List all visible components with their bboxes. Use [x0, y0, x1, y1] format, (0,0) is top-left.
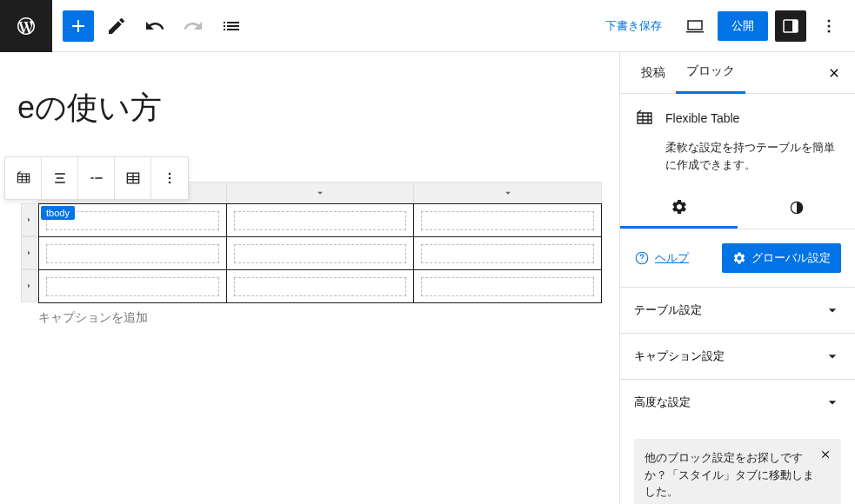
flexible-table-icon — [15, 169, 32, 187]
add-block-button[interactable] — [63, 10, 94, 42]
sidebar-close-button[interactable] — [824, 63, 845, 83]
settings-style-tabs — [620, 187, 855, 229]
row-handle[interactable] — [21, 269, 37, 302]
chevron-right-icon — [23, 248, 34, 258]
flexible-table-icon — [634, 108, 655, 129]
help-icon — [634, 250, 650, 266]
panel-toggle-caption[interactable]: キャプション設定 — [620, 334, 855, 379]
chevron-down-icon — [314, 187, 326, 199]
chevron-right-icon — [23, 215, 34, 225]
list-view-button[interactable] — [216, 10, 247, 42]
svg-rect-1 — [792, 20, 798, 32]
chevron-down-icon — [824, 302, 841, 319]
save-draft-button[interactable]: 下書き保存 — [595, 11, 672, 41]
table-cell[interactable] — [39, 270, 227, 303]
more-options-button[interactable] — [813, 10, 845, 42]
table-cell[interactable] — [39, 237, 227, 270]
tab-styles[interactable] — [738, 187, 855, 229]
svg-point-3 — [828, 24, 831, 27]
publish-button[interactable]: 公開 — [718, 11, 768, 41]
kebab-icon — [161, 169, 178, 187]
table-cell[interactable] — [226, 270, 414, 303]
row-handle[interactable] — [21, 236, 37, 269]
edit-mode-button[interactable] — [101, 10, 132, 42]
redo-icon — [183, 16, 204, 36]
table-cell[interactable] — [226, 204, 414, 237]
preview-button[interactable] — [679, 10, 711, 42]
help-link[interactable]: ヘルプ — [634, 250, 689, 266]
pencil-icon — [106, 16, 127, 36]
list-icon — [221, 16, 242, 36]
chevron-down-icon — [824, 394, 841, 411]
global-settings-button[interactable]: グローバル設定 — [722, 243, 841, 273]
block-title: Flexible Table — [665, 111, 739, 125]
top-toolbar: 下書き保存 公開 — [0, 0, 855, 52]
tab-block[interactable]: ブロック — [676, 52, 745, 94]
panel-toggle-advanced[interactable]: 高度な設定 — [620, 380, 855, 425]
chevron-down-icon — [824, 348, 841, 365]
chevron-down-icon — [502, 187, 514, 199]
align-button[interactable] — [42, 157, 78, 199]
svg-point-8 — [169, 182, 171, 184]
notice-close-button[interactable] — [817, 446, 834, 463]
flexible-table-block[interactable]: tbody — [38, 182, 602, 326]
svg-point-4 — [828, 30, 831, 32]
device-icon — [685, 16, 705, 36]
vertical-align-button[interactable] — [78, 157, 115, 199]
block-type-button[interactable] — [5, 157, 42, 199]
column-handle[interactable] — [227, 182, 415, 203]
tab-settings-gear[interactable] — [620, 187, 738, 229]
sidebar-notice: 他のブロック設定をお探しですか？「スタイル」タブに移動しました。 — [634, 439, 841, 504]
caption-input[interactable]: キャプションを追加 — [38, 310, 602, 326]
column-handle[interactable] — [414, 182, 601, 203]
redo-button[interactable] — [177, 10, 209, 42]
editable-table[interactable]: tbody — [38, 203, 602, 303]
panel-table-settings: テーブル設定 — [620, 287, 855, 333]
undo-icon — [144, 16, 165, 36]
plus-icon — [68, 16, 89, 36]
svg-point-2 — [828, 19, 831, 22]
table-edit-button[interactable] — [115, 157, 151, 199]
table-cell[interactable]: tbody — [39, 204, 227, 237]
block-toolbar — [4, 156, 189, 200]
undo-button[interactable] — [139, 10, 170, 42]
panel-toggle-table[interactable]: テーブル設定 — [620, 288, 855, 333]
vertical-align-icon — [88, 169, 105, 187]
block-info: Flexible Table 柔軟な設定を持つテーブルを簡単に作成できます。 — [620, 94, 855, 187]
align-icon — [51, 169, 69, 187]
gear-icon — [671, 198, 688, 216]
table-cell[interactable] — [414, 237, 602, 270]
page-title[interactable]: eの使い方 — [17, 87, 602, 129]
sidebar-actions: ヘルプ グローバル設定 — [620, 229, 855, 287]
topbar-right: 下書き保存 公開 — [595, 10, 845, 42]
table-icon — [124, 169, 142, 187]
svg-point-7 — [169, 177, 171, 180]
tab-post[interactable]: 投稿 — [631, 53, 676, 93]
settings-sidebar: 投稿 ブロック Flexible Table 柔軟な設定を持つテーブルを簡単に作… — [619, 52, 855, 504]
panel-advanced-settings: 高度な設定 — [620, 379, 855, 425]
table-cell[interactable] — [226, 237, 414, 270]
tbody-label: tbody — [41, 206, 75, 220]
gear-icon — [732, 251, 746, 265]
block-description: 柔軟な設定を持つテーブルを簡単に作成できます。 — [634, 139, 841, 173]
table-cell[interactable] — [414, 204, 602, 237]
sidebar-toggle-button[interactable] — [775, 10, 806, 42]
row-handles — [21, 203, 37, 302]
close-icon — [827, 66, 841, 80]
svg-point-6 — [169, 173, 171, 176]
row-handle[interactable] — [21, 203, 37, 236]
table-cell[interactable] — [414, 270, 602, 303]
sidebar-icon — [780, 16, 801, 36]
kebab-icon — [818, 16, 839, 36]
wordpress-logo[interactable] — [0, 0, 52, 52]
contrast-icon — [788, 199, 805, 216]
block-more-button[interactable] — [151, 157, 188, 199]
close-icon — [819, 448, 832, 461]
chevron-right-icon — [23, 281, 34, 291]
topbar-left — [0, 0, 247, 51]
sidebar-tabs: 投稿 ブロック — [620, 52, 855, 94]
editor-canvas[interactable]: eの使い方 — [0, 52, 619, 504]
panel-caption-settings: キャプション設定 — [620, 333, 855, 379]
